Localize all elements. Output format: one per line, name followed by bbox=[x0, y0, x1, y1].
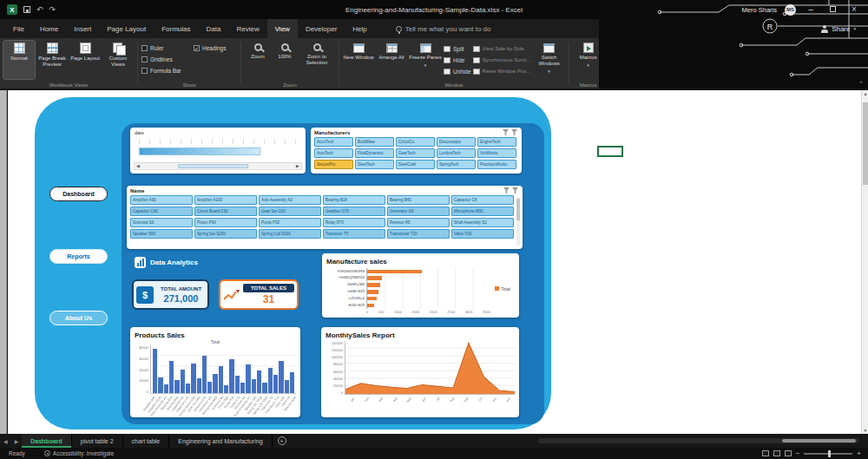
slicer-multiselect-icon[interactable] bbox=[503, 187, 510, 193]
split-button[interactable]: Split bbox=[444, 43, 471, 54]
scroll-down-icon[interactable]: ▼ bbox=[862, 427, 868, 434]
ribbon-tab-insert[interactable]: Insert bbox=[66, 19, 99, 38]
redo-icon[interactable]: ↷ bbox=[49, 6, 56, 14]
name-slicer-item[interactable]: Gearbox G70 bbox=[323, 207, 385, 216]
page-break-view-icon[interactable] bbox=[785, 450, 792, 456]
manufacturer-slicer-item[interactable]: BuildMate bbox=[355, 137, 394, 147]
name-slicer-item[interactable]: Shaft Assembly S2 bbox=[451, 218, 514, 227]
timeline-selection[interactable] bbox=[139, 148, 260, 155]
name-slicer-item[interactable]: Amplifier A90 bbox=[130, 195, 193, 205]
ribbon-tab-view[interactable]: View bbox=[267, 19, 298, 38]
freeze-panes-button[interactable]: Freeze Panes ▾ bbox=[409, 41, 442, 79]
new-sheet-button[interactable]: + bbox=[278, 436, 286, 445]
ribbon-tab-review[interactable]: Review bbox=[228, 19, 266, 38]
manufacturer-slicer-item[interactable]: Dieconcepts bbox=[437, 137, 476, 147]
name-slicer-item[interactable]: Spring Set S200 bbox=[194, 229, 257, 239]
sheet-tab-pivot-table-2[interactable]: pivot table 2 bbox=[72, 434, 123, 448]
page-layout-view-icon[interactable] bbox=[773, 450, 780, 456]
tab-scroll-left-icon[interactable]: ◀ bbox=[0, 434, 11, 448]
sheet-tab-engineering-and-manufacturing[interactable]: Engineering and Manufacturing bbox=[169, 434, 272, 448]
formula-bar-checkbox[interactable]: Formula Bar bbox=[141, 66, 192, 75]
ribbon-tab-developer[interactable]: Developer bbox=[298, 19, 345, 38]
manufacturer-slicer-item[interactable]: CircuitCo bbox=[396, 137, 435, 147]
close-button[interactable]: × bbox=[847, 0, 861, 19]
manufacturer-slicer-item[interactable]: SpringTech bbox=[437, 160, 476, 169]
tab-scroll-right-icon[interactable]: ▶ bbox=[11, 434, 23, 448]
name-slicer-item[interactable]: Amplifier A100 bbox=[194, 195, 257, 205]
selected-cell[interactable] bbox=[597, 146, 623, 157]
sidebar-item-about-us[interactable]: About Us bbox=[49, 311, 108, 325]
manufacturer-slicer-item[interactable]: FluidDynamics bbox=[355, 148, 394, 158]
accessibility-checker[interactable]: Accessibility: Investigate bbox=[44, 450, 114, 456]
reset-window-position-button[interactable]: Reset Window Position bbox=[473, 66, 532, 76]
manufacturer-slicer-item[interactable]: SteelTech bbox=[355, 160, 394, 169]
new-window-button[interactable]: New Window bbox=[343, 41, 374, 79]
manufacturer-slicer-item[interactable]: PrecisionWorks bbox=[477, 160, 516, 169]
scrollbar-thumb[interactable] bbox=[178, 164, 248, 168]
collapse-ribbon-icon[interactable]: ^ bbox=[859, 79, 863, 87]
name-slicer-item[interactable]: Gear Set G50 bbox=[259, 207, 321, 216]
save-icon[interactable] bbox=[23, 6, 30, 13]
zoom-slider-thumb[interactable] bbox=[828, 450, 831, 457]
name-slicer-item[interactable]: Spring Coil S300 bbox=[259, 229, 321, 239]
scroll-up-icon[interactable]: ▲ bbox=[862, 90, 868, 97]
arrange-all-button[interactable]: Arrange All bbox=[376, 41, 407, 79]
ribbon-tab-home[interactable]: Home bbox=[32, 19, 66, 38]
scroll-right-icon[interactable]: ▶ bbox=[294, 163, 301, 169]
scrollbar-thumb[interactable] bbox=[516, 199, 520, 220]
name-slicer-item[interactable]: Speaker S50 bbox=[130, 229, 193, 239]
sheet-tab-chart-table[interactable]: chart table bbox=[123, 434, 170, 448]
name-slicer-item[interactable]: Resistor R5 bbox=[387, 218, 450, 227]
minimize-button[interactable]: – bbox=[804, 0, 818, 19]
manufacturer-slicer-item[interactable]: VoltWorks bbox=[477, 148, 516, 158]
tell-me-box[interactable]: Tell me what you want to do bbox=[396, 19, 491, 38]
name-slicer-item[interactable]: Axle Assembly A3 bbox=[259, 195, 321, 205]
restore-button[interactable] bbox=[825, 0, 839, 19]
slicer-clear-filter-icon[interactable] bbox=[512, 187, 518, 193]
name-slicer-item[interactable]: Piston P60 bbox=[194, 218, 257, 227]
slicer-clear-filter-icon[interactable] bbox=[511, 129, 517, 135]
switch-windows-button[interactable]: Switch Windows ▾ bbox=[534, 41, 565, 79]
name-slicer-item[interactable]: Solenoid S6 bbox=[130, 218, 193, 227]
zoom-slider[interactable] bbox=[804, 453, 852, 455]
name-slicer-item[interactable]: Circuit Board C90 bbox=[194, 207, 257, 216]
vertical-scrollbar[interactable]: ▲ ▼ bbox=[861, 90, 868, 434]
headings-checkbox[interactable]: Headings bbox=[194, 43, 237, 53]
ruler-checkbox[interactable]: Ruler bbox=[141, 43, 192, 53]
view-side-by-side-button[interactable]: View Side by Side bbox=[473, 43, 532, 54]
ribbon-tab-file[interactable]: File bbox=[5, 19, 32, 38]
timeline-scrollbar[interactable]: ◀ ▶ bbox=[134, 162, 302, 170]
name-slicer-item[interactable]: Transistor T5 bbox=[323, 229, 385, 239]
manufacturer-slicer-item[interactable]: AutoTech bbox=[314, 148, 353, 158]
scroll-left-icon[interactable]: ◀ bbox=[135, 163, 141, 169]
name-slicer-item[interactable]: Transducer T20 bbox=[387, 229, 450, 239]
sheet-tab-dashboard[interactable]: Dashboard bbox=[22, 434, 72, 448]
normal-view-button[interactable]: Normal bbox=[3, 41, 35, 79]
page-layout-button[interactable]: Page Layout bbox=[69, 41, 101, 79]
ribbon-tab-page-layout[interactable]: Page Layout bbox=[99, 19, 154, 38]
name-slicer-item[interactable]: Capacitor C8 bbox=[451, 195, 514, 205]
sidebar-item-dashboard[interactable]: Dashboard bbox=[49, 187, 108, 201]
user-name[interactable]: Mero Sharis bbox=[742, 6, 777, 14]
gridlines-checkbox[interactable]: Gridlines bbox=[141, 55, 192, 64]
sidebar-item-reports[interactable]: Reports bbox=[49, 249, 108, 264]
slicer-multiselect-icon[interactable] bbox=[503, 129, 509, 135]
ribbon-tab-formulas[interactable]: Formulas bbox=[154, 19, 198, 38]
name-slicer-item[interactable]: Generator G9 bbox=[387, 207, 450, 216]
ribbon-tab-data[interactable]: Data bbox=[199, 19, 229, 38]
manufacturer-slicer-item[interactable]: AccuTech bbox=[314, 137, 353, 147]
ribbon-tab-help[interactable]: Help bbox=[345, 19, 374, 38]
manufacturer-slicer-item[interactable]: SteelCraft bbox=[396, 160, 435, 169]
manufacturer-slicer-item[interactable]: GearTech bbox=[396, 148, 435, 158]
worksheet[interactable]: Dashboard Reports About Us date ◀ ▶ Manu… bbox=[8, 90, 861, 434]
name-slicer-item[interactable]: Microphone M30 bbox=[451, 207, 514, 216]
user-avatar[interactable]: MS bbox=[785, 4, 796, 16]
zoom-to-selection-button[interactable]: Zoom to Selection bbox=[299, 41, 335, 79]
custom-views-button[interactable]: Custom Views bbox=[102, 41, 134, 79]
scrollbar-thumb[interactable] bbox=[782, 439, 856, 443]
name-slicer-item[interactable]: Valve V30 bbox=[451, 229, 514, 239]
manufacturer-slicer-item[interactable]: LumbraTech bbox=[437, 148, 476, 158]
manufacturer-slicer-item[interactable]: EngineTech bbox=[477, 137, 516, 147]
unhide-button[interactable]: Unhide bbox=[444, 66, 471, 76]
excel-app-icon[interactable]: X bbox=[7, 4, 17, 15]
